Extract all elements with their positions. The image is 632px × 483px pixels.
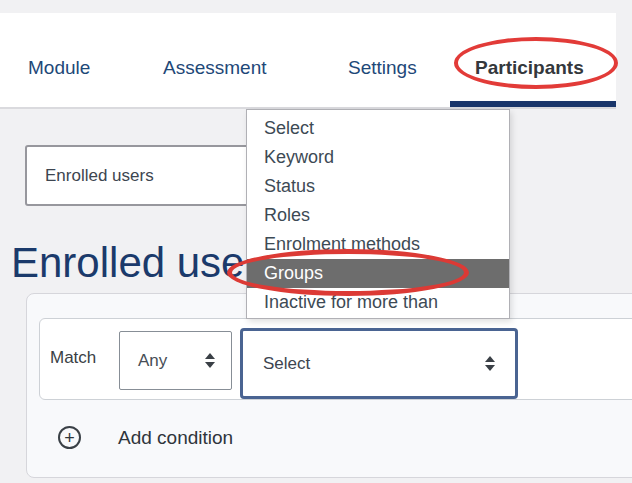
condition-select-value: Select (263, 354, 310, 374)
up-down-arrows-icon (205, 353, 215, 368)
match-type-select[interactable]: Any (119, 331, 232, 390)
match-label: Match (50, 348, 96, 368)
active-tab-underline (450, 101, 616, 107)
match-type-select-value: Any (138, 351, 167, 371)
tab-participants[interactable]: Participants (475, 57, 584, 79)
dropdown-option-select[interactable]: Select (247, 114, 509, 143)
tab-assessment[interactable]: Assessment (163, 57, 266, 79)
condition-select[interactable]: Select (240, 328, 518, 399)
plus-circle-icon: + (58, 426, 81, 449)
enrolled-users-select-value: Enrolled users (45, 166, 154, 186)
dropdown-option-groups[interactable]: Groups (247, 259, 509, 288)
dropdown-option-inactive-for-more-than[interactable]: Inactive for more than (247, 288, 509, 317)
dropdown-option-roles[interactable]: Roles (247, 201, 509, 230)
page-title: Enrolled users (11, 239, 279, 287)
add-condition-label: Add condition (118, 427, 233, 449)
dropdown-option-status[interactable]: Status (247, 172, 509, 201)
add-condition-button[interactable]: + Add condition (58, 426, 233, 449)
tab-module[interactable]: Module (28, 57, 90, 79)
dropdown-option-enrolment-methods[interactable]: Enrolment methods (247, 230, 509, 259)
tab-settings[interactable]: Settings (348, 57, 417, 79)
up-down-arrows-icon (485, 356, 495, 371)
dropdown-option-keyword[interactable]: Keyword (247, 143, 509, 172)
condition-dropdown-menu: Select Keyword Status Roles Enrolment me… (246, 109, 510, 319)
